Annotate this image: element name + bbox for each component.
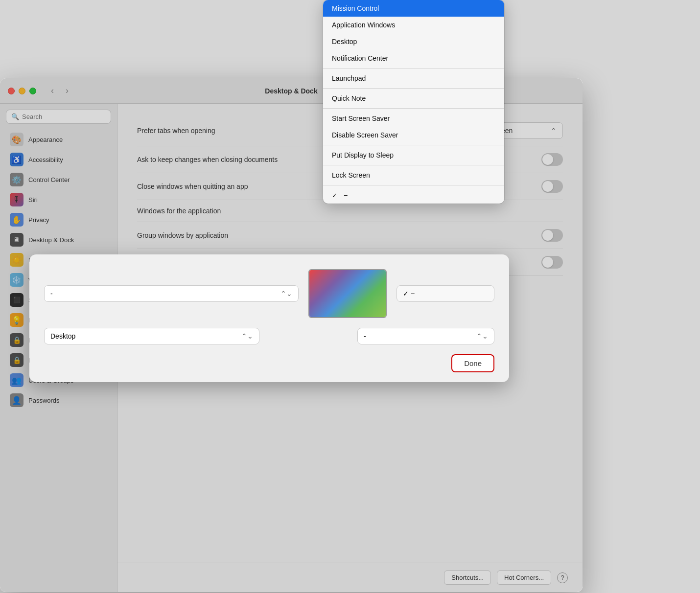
modal-right-stepper: ⌃⌄ — [476, 332, 488, 340]
dropdown-item-application-windows[interactable]: Application Windows — [323, 17, 504, 33]
mission-control-label: Mission Control — [332, 4, 379, 12]
dropdown-item-start-screen-saver[interactable]: Start Screen Saver — [323, 110, 504, 127]
modal-second-stepper: ⌃⌄ — [241, 332, 253, 340]
lock-screen-menu-label: Lock Screen — [332, 171, 370, 179]
desktop-thumbnail — [308, 269, 387, 318]
dropdown-item-lock-screen[interactable]: Lock Screen — [323, 167, 504, 183]
dropdown-divider-5 — [323, 165, 504, 165]
modal-left-value: - — [50, 290, 53, 297]
dropdown-item-put-display-sleep[interactable]: Put Display to Sleep — [323, 147, 504, 163]
launchpad-label: Launchpad — [332, 74, 366, 82]
modal-left-stepper: ⌃⌄ — [280, 290, 292, 297]
modal-right-select[interactable]: - ⌃⌄ — [357, 328, 494, 344]
modal-second-left-select[interactable]: Desktop ⌃⌄ — [44, 328, 259, 344]
dash-label: − — [344, 191, 348, 199]
desktop-gradient — [309, 270, 386, 317]
modal-done-row: Done — [44, 354, 494, 372]
dropdown-item-notification-center[interactable]: Notification Center — [323, 50, 504, 67]
modal-left-select[interactable]: - ⌃⌄ — [44, 285, 299, 302]
dropdown-divider-3 — [323, 108, 504, 109]
done-button[interactable]: Done — [451, 354, 494, 372]
dropdown-item-desktop[interactable]: Desktop — [323, 33, 504, 50]
dropdown-divider-2 — [323, 88, 504, 89]
put-display-sleep-label: Put Display to Sleep — [332, 151, 394, 159]
dropdown-divider-1 — [323, 68, 504, 68]
dropdown-divider-4 — [323, 145, 504, 145]
dropdown-item-launchpad[interactable]: Launchpad — [323, 70, 504, 87]
notification-center-label: Notification Center — [332, 54, 388, 62]
start-screen-saver-label: Start Screen Saver — [332, 114, 390, 122]
modal-second-row: Desktop ⌃⌄ - ⌃⌄ — [44, 328, 494, 344]
dropdown-divider-6 — [323, 185, 504, 185]
dropdown-item-mission-control[interactable]: Mission Control — [323, 0, 504, 17]
dropdown-item-dash[interactable]: ✓ − — [323, 187, 504, 204]
dash-check: ✓ — [332, 192, 340, 199]
modal-sheet: - ⌃⌄ ✓ − Desktop ⌃⌄ - ⌃⌄ Done — [29, 254, 509, 382]
modal-right-value: - — [364, 332, 366, 340]
dropdown-item-quick-note[interactable]: Quick Note — [323, 90, 504, 107]
dropdown-item-disable-screen-saver[interactable]: Disable Screen Saver — [323, 127, 504, 143]
disable-screen-saver-label: Disable Screen Saver — [332, 131, 398, 139]
modal-middle-value: ✓ − — [403, 290, 415, 297]
application-windows-label: Application Windows — [332, 21, 395, 29]
dropdown-menu: Mission Control Application Windows Desk… — [323, 0, 504, 204]
modal-middle-select[interactable]: ✓ − — [397, 285, 494, 302]
quick-note-label: Quick Note — [332, 94, 366, 102]
desktop-label: Desktop — [332, 38, 357, 46]
modal-first-row: - ⌃⌄ ✓ − — [44, 269, 494, 318]
modal-second-left-value: Desktop — [50, 332, 75, 340]
